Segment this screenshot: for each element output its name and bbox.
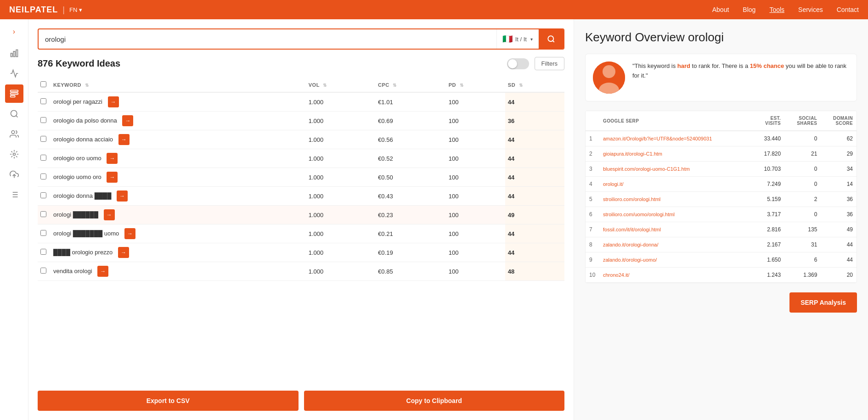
serp-link[interactable]: gioiapura.it/orologi-C1.htm (603, 151, 662, 157)
select-all-checkbox[interactable] (40, 81, 46, 87)
serp-link[interactable]: zalando.it/orologi-donna/ (603, 242, 658, 247)
nav-about[interactable]: About (712, 6, 729, 13)
row-checkbox[interactable] (40, 192, 46, 198)
kw-controls: Filters (507, 57, 564, 70)
export-csv-button[interactable]: Export to CSV (38, 391, 299, 411)
keyword-ideas-title: 876 Keyword Ideas (38, 58, 120, 69)
serp-link[interactable]: bluespirit.com/orologi-uomo-C1G1.htm (603, 166, 690, 172)
row-checkbox[interactable] (40, 98, 46, 104)
table-row: orologi ██████ → 1.000 €0.23 100 49 (38, 206, 564, 224)
site-audit-icon[interactable] (5, 105, 23, 123)
serp-url[interactable]: amazon.it/Orologi/b?ie=UTF8&node=5240090… (599, 131, 753, 146)
row-vol: 1.000 (306, 92, 375, 112)
row-pd: 100 (446, 168, 505, 187)
row-checkbox[interactable] (40, 174, 46, 179)
serp-url[interactable]: gioiapura.it/orologi-C1.htm (599, 146, 753, 162)
row-checkbox[interactable] (40, 136, 46, 142)
keyword-navigate-button[interactable]: → (122, 115, 133, 126)
keyword-navigate-button[interactable]: → (118, 247, 129, 258)
row-checkbox[interactable] (40, 268, 46, 274)
serp-visits: 1.243 (753, 268, 784, 283)
serp-link[interactable]: amazon.it/Orologi/b?ie=UTF8&node=5240090… (603, 136, 712, 141)
expert-text: "This keyword is hard to rank for. There… (632, 62, 849, 81)
row-checkbox-cell (38, 92, 51, 112)
analytics-icon[interactable] (5, 64, 23, 83)
serp-analysis-button[interactable]: SERP Analysis (789, 292, 857, 313)
serp-shares: 2 (784, 192, 821, 207)
filters-button[interactable]: Filters (535, 57, 564, 70)
serp-url[interactable]: orologi.it/ (599, 177, 753, 192)
keyword-navigate-button[interactable]: → (104, 209, 115, 220)
expert-quote: "This keyword is hard to rank for. There… (585, 54, 857, 101)
serp-link[interactable]: orologi.it/ (603, 181, 624, 187)
list-icon[interactable] (5, 185, 23, 204)
nav-tools[interactable]: Tools (769, 6, 784, 13)
keyword-navigate-button[interactable]: → (124, 228, 135, 239)
sort-icon[interactable]: ⇅ (85, 83, 89, 88)
language-picker[interactable]: 🇮🇹 It / It ▾ (496, 29, 539, 49)
svg-point-9 (13, 153, 15, 156)
sort-icon[interactable]: ⇅ (393, 83, 397, 88)
row-checkbox[interactable] (40, 155, 46, 161)
keyword-navigate-button[interactable]: → (118, 134, 130, 145)
serp-url[interactable]: zalando.it/orologi-uomo/ (599, 252, 753, 268)
language-selector[interactable]: FN ▾ (69, 6, 82, 13)
serp-url[interactable]: fossil.com/it/it/orologi.html (599, 222, 753, 237)
nav-links: About Blog Tools Services Contact (712, 6, 859, 13)
row-checkbox[interactable] (40, 230, 46, 236)
serp-link[interactable]: chrono24.it/ (603, 272, 629, 278)
serp-url[interactable]: stroilioro.com/uomo/orologi.html (599, 207, 753, 222)
row-pd: 100 (446, 187, 505, 206)
keyword-navigate-button[interactable]: → (117, 190, 128, 202)
search-button[interactable] (539, 29, 564, 49)
backlinks-icon[interactable] (5, 145, 23, 163)
keyword-navigate-button[interactable]: → (107, 153, 118, 164)
sort-icon[interactable]: ⇅ (519, 83, 523, 88)
flag-icon: 🇮🇹 (502, 34, 513, 44)
keyword-navigate-button[interactable]: → (97, 266, 108, 277)
search-input[interactable] (39, 35, 496, 43)
nav-contact[interactable]: Contact (837, 6, 859, 13)
sidebar-toggle[interactable]: › (0, 25, 28, 42)
sort-icon[interactable]: ⇅ (460, 83, 464, 88)
copy-clipboard-button[interactable]: Copy to Clipboard (304, 391, 565, 411)
svg-line-18 (552, 40, 554, 42)
row-keyword: orologio oro uomo → (51, 149, 306, 168)
serp-url[interactable]: chrono24.it/ (599, 268, 753, 283)
svg-point-17 (548, 36, 553, 41)
upload-icon[interactable] (5, 165, 23, 184)
sort-icon[interactable]: ⇅ (323, 83, 327, 88)
users-icon[interactable] (5, 125, 23, 143)
serp-link[interactable]: zalando.it/orologi-uomo/ (603, 257, 657, 263)
nav-services[interactable]: Services (798, 6, 823, 13)
serp-link[interactable]: stroilioro.com/orologi.html (603, 196, 660, 202)
serp-score: 44 (821, 237, 857, 252)
row-cpc: €0.56 (375, 130, 446, 149)
row-checkbox[interactable] (40, 117, 46, 123)
serp-url[interactable]: stroilioro.com/orologi.html (599, 192, 753, 207)
th-est-visits: EST.VISITS (753, 111, 784, 131)
th-social-shares: SOCIALSHARES (784, 111, 821, 131)
keyword-navigate-button[interactable]: → (107, 172, 118, 183)
row-sd: 49 (505, 206, 564, 224)
brand-name: NEILPATEL (9, 5, 58, 15)
chevron-down-icon: ▾ (530, 37, 533, 42)
serp-table-body: 1 amazon.it/Orologi/b?ie=UTF8&node=52400… (586, 131, 857, 283)
row-cpc: €1.01 (375, 92, 446, 112)
row-checkbox[interactable] (40, 249, 46, 255)
toggle-switch[interactable] (507, 58, 529, 69)
row-checkbox-cell (38, 149, 51, 168)
serp-link[interactable]: stroilioro.com/uomo/orologi.html (603, 212, 675, 217)
keyword-navigate-button[interactable]: → (108, 96, 119, 107)
serp-table-wrap: GOOGLE SERP EST.VISITS SOCIALSHARES DOMA… (585, 111, 857, 283)
keywords-icon[interactable] (5, 84, 23, 103)
nav-blog[interactable]: Blog (743, 6, 755, 13)
serp-url[interactable]: zalando.it/orologi-donna/ (599, 237, 753, 252)
row-checkbox[interactable] (40, 211, 46, 217)
row-keyword: orologio da polso donna → (51, 112, 306, 130)
bar-chart-icon[interactable] (5, 44, 23, 62)
serp-url[interactable]: bluespirit.com/orologi-uomo-C1G1.htm (599, 162, 753, 177)
table-row: ████ orologio prezzo → 1.000 €0.19 100 4… (38, 243, 564, 262)
serp-link[interactable]: fossil.com/it/it/orologi.html (603, 227, 661, 232)
table-row: orologio donna acciaio → 1.000 €0.56 100… (38, 130, 564, 149)
